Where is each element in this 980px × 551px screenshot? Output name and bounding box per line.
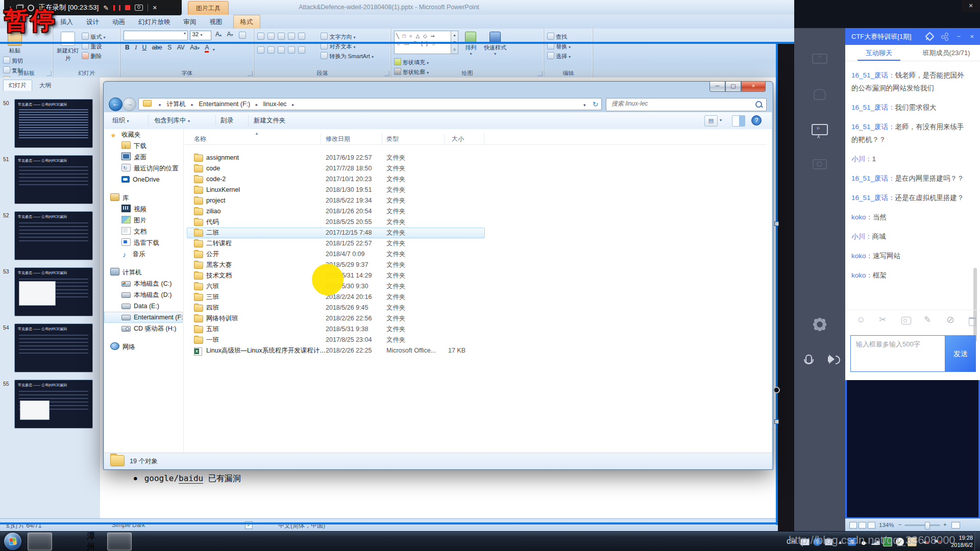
- capture-handle-dot[interactable]: [773, 387, 780, 393]
- help-button[interactable]: ?: [751, 115, 762, 126]
- capture-handle[interactable]: [774, 419, 779, 424]
- nav-item[interactable]: 收藏夹: [104, 129, 183, 140]
- new-folder-button[interactable]: 新建文件夹: [254, 116, 286, 125]
- column-date[interactable]: 修改日期: [326, 135, 350, 143]
- classroom-tool-button[interactable]: [813, 159, 827, 169]
- breadcrumb[interactable]: ▸ 计算机 ▸ Entertainment (F:) ▸ linux-lec ▸…: [138, 98, 602, 110]
- chat-scrollbar[interactable]: [973, 268, 977, 342]
- screen-close-icon[interactable]: ×: [962, 0, 980, 12]
- nav-item[interactable]: 库: [104, 192, 183, 204]
- ppt-ribbon-tab[interactable]: 幻灯片放映: [132, 15, 177, 29]
- nav-item[interactable]: Data (E:): [104, 300, 183, 312]
- align-center-icon[interactable]: [267, 46, 275, 54]
- nav-item[interactable]: 图片: [104, 215, 183, 226]
- slide-thumbnail[interactable]: 53 常见姿态 —— 公布的RCE漏洞: [0, 267, 96, 316]
- show-desktop-button[interactable]: [974, 532, 980, 551]
- drawing-dialog-launcher[interactable]: [537, 71, 543, 76]
- chat-tool-icon[interactable]: [969, 315, 976, 324]
- nav-item[interactable]: 音乐: [104, 248, 183, 260]
- nav-item[interactable]: 最近访问的位置: [104, 163, 183, 174]
- normal-view-icon[interactable]: [849, 522, 857, 529]
- taskbar-app-button[interactable]: [107, 533, 132, 550]
- message-username[interactable]: koko：: [851, 252, 873, 260]
- search-input[interactable]: [610, 99, 745, 108]
- file-name[interactable]: 公开: [206, 249, 219, 260]
- preview-pane-button[interactable]: [732, 115, 745, 127]
- font-size-combo[interactable]: 32 ▾: [190, 31, 211, 40]
- paragraph-dialog-launcher[interactable]: [384, 71, 389, 76]
- file-name[interactable]: 黑客大赛: [206, 260, 232, 270]
- tray-icon[interactable]: [848, 538, 856, 546]
- shape-fill-button[interactable]: 形状填充 ▾: [394, 58, 429, 66]
- ppt-ribbon-tab[interactable]: 设计: [80, 15, 106, 29]
- taskbar-app-button[interactable]: [28, 533, 52, 550]
- file-name[interactable]: LinuxKernel: [206, 185, 240, 195]
- nav-item[interactable]: 本地磁盘 (C:): [104, 278, 183, 289]
- file-row[interactable]: Linux高级班—Linux系统程序开发课程计... 2018/2/26 22:…: [185, 345, 767, 356]
- fit-to-window-icon[interactable]: [951, 522, 960, 529]
- new-slide-button[interactable]: 新建幻灯片: [56, 31, 80, 62]
- nav-item[interactable]: 视频: [104, 204, 183, 215]
- text-direction-button[interactable]: 文字方向 ▾: [321, 33, 374, 41]
- align-left-icon[interactable]: [257, 46, 264, 54]
- zoom-out-button[interactable]: −: [898, 521, 902, 528]
- file-row[interactable]: 五班 2018/5/31 9:38 文件夹: [185, 324, 767, 335]
- start-button[interactable]: [4, 533, 21, 550]
- chat-input-box[interactable]: [850, 335, 945, 372]
- chat-input[interactable]: [855, 339, 943, 370]
- column-size[interactable]: 大小: [452, 135, 464, 143]
- message-username[interactable]: 16_51_废话：: [851, 174, 895, 182]
- file-row[interactable]: ziliao 2018/1/26 20:54 文件夹: [185, 206, 767, 217]
- slide-thumbnail[interactable]: 50 常见姿态 —— 公布的RCE漏洞: [0, 99, 96, 148]
- file-name[interactable]: 三班: [206, 292, 219, 303]
- slide-sorter-view-icon[interactable]: [859, 522, 866, 529]
- shrink-font-button[interactable]: A▾: [227, 31, 233, 38]
- ppt-ribbon-tab[interactable]: 视图: [203, 15, 229, 29]
- classroom-tool-button[interactable]: [812, 54, 827, 64]
- file-name[interactable]: 四班: [206, 303, 219, 313]
- ppt-ribbon-tab[interactable]: 格式: [233, 15, 260, 29]
- bold-button[interactable]: B: [125, 44, 130, 51]
- ppt-ribbon-tab[interactable]: 动画: [106, 15, 132, 29]
- cut-button[interactable]: 剪切: [3, 57, 29, 65]
- nav-item[interactable]: 本地磁盘 (D:): [104, 289, 183, 300]
- file-row[interactable]: 代码 2018/5/25 20:55 文件夹: [185, 217, 767, 228]
- column-name[interactable]: 名称: [194, 135, 206, 143]
- tray-icon[interactable]: [932, 538, 940, 546]
- column-type[interactable]: 类型: [386, 135, 399, 143]
- grow-font-button[interactable]: A▴: [215, 31, 222, 38]
- organize-menu[interactable]: 组织 ▾: [112, 116, 129, 125]
- chat-tool-icon[interactable]: [879, 315, 886, 324]
- include-in-library-menu[interactable]: 包含到库中 ▾: [154, 116, 190, 125]
- font-name-combo[interactable]: ▾: [124, 31, 188, 40]
- classroom-tool-button[interactable]: [812, 124, 828, 135]
- tab-slides[interactable]: 幻灯片: [3, 80, 32, 91]
- close-button[interactable]: ×: [741, 82, 766, 92]
- file-row[interactable]: LinuxKernel 2018/1/30 19:51 文件夹: [185, 185, 767, 195]
- taskbar-app-button[interactable]: 潭州: [81, 533, 105, 550]
- tray-icon[interactable]: [871, 538, 879, 546]
- clipboard-dialog-launcher[interactable]: [46, 71, 52, 76]
- font-dialog-launcher[interactable]: [248, 71, 253, 76]
- microphone-icon[interactable]: [805, 355, 812, 364]
- back-button[interactable]: ←: [109, 97, 122, 111]
- nav-item[interactable]: 桌面: [104, 152, 183, 163]
- file-name[interactable]: code-2: [206, 174, 226, 185]
- message-username[interactable]: 16_51_废话：: [851, 194, 895, 202]
- file-row[interactable]: 六班 2018/5/30 9:30 文件夹: [185, 281, 767, 292]
- decrease-indent-icon[interactable]: [278, 33, 285, 40]
- send-button[interactable]: 发送: [945, 335, 976, 372]
- file-row[interactable]: 二转课程 2018/1/25 22:57 文件夹: [185, 238, 767, 249]
- minimize-button[interactable]: ─: [709, 82, 725, 92]
- slide-thumbnail[interactable]: 52 常见姿态 —— 公布的RCE漏洞: [0, 211, 96, 260]
- font-color-caret[interactable]: ▾: [213, 47, 215, 52]
- change-case-button[interactable]: Aa▾: [190, 44, 200, 51]
- bullets-icon[interactable]: [257, 33, 264, 40]
- chat-close-icon[interactable]: ×: [970, 33, 974, 40]
- tab-members[interactable]: 班期成员(23/71): [913, 48, 980, 58]
- nav-item[interactable]: [104, 260, 183, 267]
- message-username[interactable]: 小川：: [851, 233, 872, 240]
- ppt-ribbon-tab[interactable]: 审阅: [177, 15, 203, 29]
- file-name[interactable]: ziliao: [206, 206, 221, 217]
- italic-button[interactable]: I: [135, 44, 137, 52]
